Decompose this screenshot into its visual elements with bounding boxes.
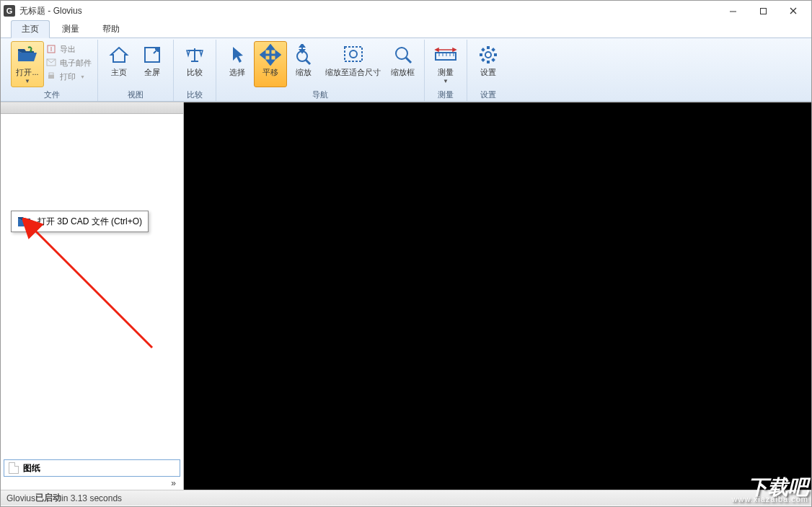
group-navigation: 选择 平移 缩放 缩放至适合尺寸 缩放框 导航 xyxy=(216,40,425,101)
email-button[interactable]: 电子邮件 xyxy=(44,56,93,69)
compare-button[interactable]: 比较 xyxy=(178,41,211,87)
zoom-box-button[interactable]: 缩放框 xyxy=(386,41,420,87)
pan-icon xyxy=(259,43,282,66)
status-bold: 已启动 xyxy=(35,492,61,504)
svg-rect-25 xyxy=(345,47,362,61)
maximize-button[interactable] xyxy=(748,1,778,21)
app-icon: G xyxy=(4,5,15,17)
home-view-label: 主页 xyxy=(111,68,127,77)
document-icon xyxy=(9,462,19,474)
svg-rect-29 xyxy=(436,53,456,60)
svg-marker-23 xyxy=(300,44,304,47)
select-button[interactable]: 选择 xyxy=(221,41,254,87)
email-icon xyxy=(45,57,57,69)
sidebar: 图纸 » xyxy=(1,102,184,490)
print-icon xyxy=(45,71,57,82)
svg-marker-17 xyxy=(268,61,273,64)
zoom-box-label: 缩放框 xyxy=(391,68,415,77)
group-file-label: 文件 xyxy=(11,89,93,101)
svg-point-38 xyxy=(485,52,491,58)
pan-label: 平移 xyxy=(262,68,278,77)
open-button[interactable]: 打开... ▼ xyxy=(11,41,44,87)
svg-rect-9 xyxy=(49,73,53,75)
svg-marker-24 xyxy=(300,50,304,53)
file-small-buttons: 导出 电子邮件 打印 ▼ xyxy=(44,41,93,83)
open-label: 打开... xyxy=(16,68,38,77)
group-compare: 比较 比较 xyxy=(174,40,216,101)
print-label: 打印 xyxy=(60,71,76,82)
svg-point-26 xyxy=(350,50,357,58)
chevrons-icon: » xyxy=(171,478,176,490)
tab-help[interactable]: 帮助 xyxy=(92,20,131,38)
status-suffix: in 3.13 seconds xyxy=(61,493,122,503)
group-file: 打开... ▼ 导出 电子邮件 打印 ▼ 文件 xyxy=(6,40,98,101)
sheet-tab[interactable]: 图纸 xyxy=(4,459,180,477)
statusbar: Glovius 已启动 in 3.13 seconds xyxy=(1,490,811,506)
watermark: 下载吧 www.xiazaiba.com xyxy=(732,478,808,503)
open-tooltip: 打开 3D CAD 文件 (Ctrl+O) xyxy=(11,211,149,232)
group-measure-label: 测量 xyxy=(429,89,462,101)
svg-marker-36 xyxy=(436,48,438,51)
close-button[interactable] xyxy=(778,1,808,21)
zoom-label: 缩放 xyxy=(296,68,312,77)
fullscreen-icon xyxy=(141,43,164,66)
export-icon xyxy=(45,43,57,55)
sheet-label: 图纸 xyxy=(23,462,40,475)
chevron-down-icon: ▼ xyxy=(25,78,30,84)
zoom-icon xyxy=(292,43,315,66)
ribbon: 打开... ▼ 导出 电子邮件 打印 ▼ 文件 xyxy=(1,38,811,102)
watermark-text: 下载吧 xyxy=(732,478,808,496)
group-view-label: 视图 xyxy=(102,89,169,101)
content-area: 图纸 » 打开 3D CAD 文件 (Ctrl+O) xyxy=(1,102,811,490)
tab-measure[interactable]: 测量 xyxy=(51,20,90,38)
3d-viewport[interactable] xyxy=(184,102,811,490)
zoom-button[interactable]: 缩放 xyxy=(287,41,320,87)
export-label: 导出 xyxy=(60,44,76,55)
select-label: 选择 xyxy=(229,68,245,77)
gear-icon xyxy=(477,43,500,66)
svg-point-27 xyxy=(396,48,407,59)
window-title: 无标题 - Glovius xyxy=(19,5,82,17)
zoom-box-icon xyxy=(392,43,415,66)
chevron-down-icon: ▼ xyxy=(443,78,449,84)
compare-label: 比较 xyxy=(187,68,203,77)
zoom-fit-label: 缩放至适合尺寸 xyxy=(325,68,381,77)
zoom-fit-button[interactable]: 缩放至适合尺寸 xyxy=(320,41,386,87)
group-nav-label: 导航 xyxy=(221,89,420,101)
status-prefix: Glovius xyxy=(6,493,35,503)
settings-label: 设置 xyxy=(480,68,496,77)
watermark-url: www.xiazaiba.com xyxy=(732,496,808,503)
svg-line-28 xyxy=(406,58,411,63)
export-button[interactable]: 导出 xyxy=(44,43,93,56)
chevron-down-icon: ▼ xyxy=(80,74,85,79)
folder-open-icon xyxy=(17,215,33,228)
group-compare-label: 比较 xyxy=(178,89,211,101)
home-view-button[interactable]: 主页 xyxy=(102,41,136,87)
svg-rect-1 xyxy=(760,8,766,14)
group-settings-label: 设置 xyxy=(472,89,505,101)
ribbon-tabs: 主页 测量 帮助 xyxy=(1,21,811,38)
tab-home[interactable]: 主页 xyxy=(11,20,50,38)
sidebar-header[interactable] xyxy=(1,102,183,114)
svg-rect-8 xyxy=(48,75,54,79)
print-button[interactable]: 打印 ▼ xyxy=(44,70,93,83)
titlebar: G 无标题 - Glovius xyxy=(1,1,811,21)
tooltip-text: 打开 3D CAD 文件 (Ctrl+O) xyxy=(37,216,142,228)
scales-icon xyxy=(183,43,206,66)
svg-marker-19 xyxy=(276,52,280,58)
measure-button[interactable]: 测量 ▼ xyxy=(429,41,462,87)
measure-label: 测量 xyxy=(438,68,454,77)
ruler-icon xyxy=(434,43,457,66)
pan-button[interactable]: 平移 xyxy=(254,41,287,87)
group-settings: 设置 设置 xyxy=(467,40,509,101)
settings-button[interactable]: 设置 xyxy=(472,41,505,87)
window-controls xyxy=(718,1,808,21)
minimize-button[interactable] xyxy=(718,1,748,21)
cursor-icon xyxy=(226,43,249,66)
fullscreen-button[interactable]: 全屏 xyxy=(136,41,169,87)
collapse-sidebar-button[interactable]: » xyxy=(1,478,183,490)
email-label: 电子邮件 xyxy=(60,58,92,69)
group-view: 主页 全屏 视图 xyxy=(98,40,174,101)
svg-marker-18 xyxy=(261,52,265,58)
model-tree[interactable] xyxy=(1,114,183,459)
